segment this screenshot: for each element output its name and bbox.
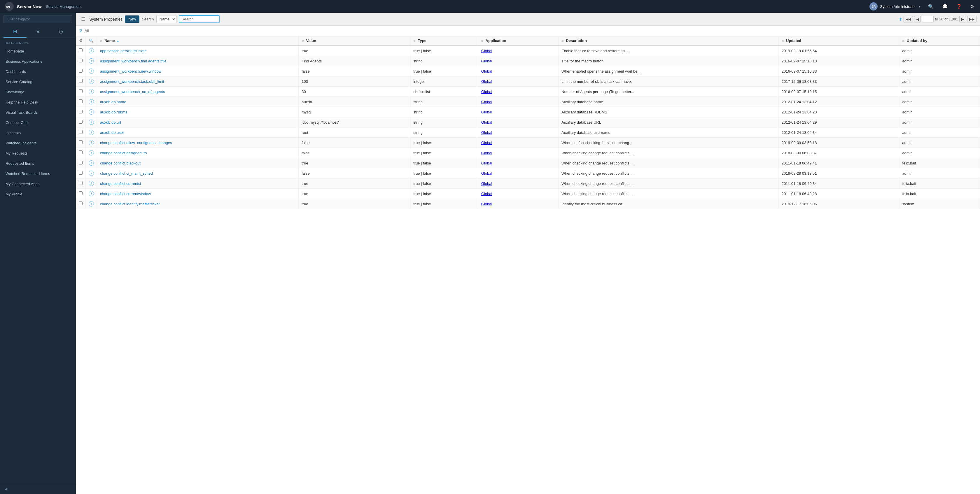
row-name-link[interactable]: assignment_workbench_no_of_agents [100, 89, 165, 94]
row-name-link[interactable]: change.conflict.assigned_to [100, 151, 147, 155]
info-icon[interactable]: i [89, 181, 94, 186]
sidebar-toggle-button[interactable]: ☰ [80, 16, 87, 22]
first-page-button[interactable]: ◀◀ [904, 16, 913, 22]
row-name-link[interactable]: auxdb.db.url [100, 120, 121, 124]
row-name-link[interactable]: assignment_workbench.task.skill_limit [100, 79, 164, 84]
sidebar-item-watched-incidents[interactable]: Watched Incidents [0, 138, 76, 148]
row-name-link[interactable]: change.conflict.blackout [100, 161, 141, 165]
info-icon[interactable]: i [89, 201, 94, 206]
user-menu[interactable]: SA System Administrator ▼ [869, 2, 921, 11]
chat-icon-button[interactable]: 💬 [941, 3, 949, 11]
row-name-link[interactable]: change.conflict.identify.masterticket [100, 202, 159, 206]
new-button[interactable]: New [125, 16, 139, 23]
last-page-button[interactable]: ▶▶ [967, 16, 977, 22]
row-name-link[interactable]: auxdb.db.name [100, 100, 126, 104]
row-checkbox[interactable] [79, 79, 83, 83]
info-icon[interactable]: i [89, 171, 94, 176]
info-icon[interactable]: i [89, 110, 94, 114]
page-input[interactable]: 1 [922, 16, 934, 22]
col-header-application[interactable]: ≡ Application [478, 36, 558, 46]
search-input[interactable] [179, 15, 220, 23]
row-application-link[interactable]: Global [481, 110, 492, 114]
row-name-link[interactable]: change.conflict.allow_contiguous_changes [100, 141, 172, 145]
sidebar-item-requested-items[interactable]: Requested Items [0, 158, 76, 168]
info-icon[interactable]: i [89, 191, 94, 196]
row-application-link[interactable]: Global [481, 130, 492, 135]
info-icon[interactable]: i [89, 150, 94, 156]
settings-icon[interactable]: ⚙ [79, 38, 83, 43]
row-application-link[interactable]: Global [481, 120, 492, 124]
prev-page-button[interactable]: ◀ [914, 16, 921, 22]
sidebar-collapse-button[interactable]: ◀ [0, 484, 76, 494]
row-checkbox[interactable] [79, 151, 83, 154]
sidebar-item-visual-task[interactable]: Visual Task Boards [0, 107, 76, 118]
row-name-link[interactable]: auxdb.db.user [100, 130, 124, 135]
row-checkbox[interactable] [79, 130, 83, 134]
col-header-updated-by[interactable]: ≡ Updated by [899, 36, 980, 46]
sidebar-tab-home[interactable]: ⊞ [3, 25, 27, 38]
info-icon[interactable]: i [89, 140, 94, 145]
row-checkbox[interactable] [79, 59, 83, 62]
row-name-link[interactable]: assignment_workbench.new.window [100, 69, 161, 73]
sidebar-tab-history[interactable]: ◷ [49, 25, 72, 38]
sidebar-item-business-applications[interactable]: Business Applications [0, 56, 76, 67]
settings-button[interactable]: ⚙ [969, 3, 975, 11]
row-name-link[interactable]: assignment_workbench.find.agents.title [100, 59, 167, 63]
sidebar-item-connect-chat[interactable]: Connect Chat [0, 118, 76, 128]
next-page-button[interactable]: ▶ [959, 16, 966, 22]
info-icon[interactable]: i [89, 119, 94, 125]
col-header-name[interactable]: ≡ Name ▲ [97, 36, 299, 46]
info-icon[interactable]: i [89, 99, 94, 105]
row-application-link[interactable]: Global [481, 89, 492, 94]
row-checkbox[interactable] [79, 99, 83, 103]
row-checkbox[interactable] [79, 171, 83, 175]
row-application-link[interactable]: Global [481, 49, 492, 53]
row-application-link[interactable]: Global [481, 171, 492, 176]
row-application-link[interactable]: Global [481, 100, 492, 104]
sidebar-item-my-connected-apps[interactable]: My Connected Apps [0, 179, 76, 189]
info-icon[interactable]: i [89, 160, 94, 166]
row-checkbox[interactable] [79, 120, 83, 124]
col-header-value[interactable]: ≡ Value [299, 36, 410, 46]
filter-navigator-input[interactable] [3, 15, 72, 23]
info-icon[interactable]: i [89, 89, 94, 94]
col-header-updated[interactable]: ≡ Updated [778, 36, 899, 46]
table-search-icon[interactable]: 🔍 [89, 38, 94, 43]
sidebar-item-homepage[interactable]: Homepage [0, 46, 76, 56]
row-application-link[interactable]: Global [481, 192, 492, 196]
sidebar-item-service-catalog[interactable]: Service Catalog [0, 77, 76, 87]
row-checkbox[interactable] [79, 69, 83, 73]
sidebar-item-incidents[interactable]: Incidents [0, 128, 76, 138]
info-icon[interactable]: i [89, 130, 94, 135]
info-icon[interactable]: i [89, 58, 94, 64]
row-name-link[interactable]: auxdb.db.rdbms [100, 110, 127, 114]
row-application-link[interactable]: Global [481, 79, 492, 84]
search-button[interactable]: 🔍 [927, 3, 935, 11]
row-checkbox[interactable] [79, 140, 83, 144]
search-field-select[interactable]: Name [156, 15, 177, 23]
row-name-link[interactable]: change.conflict.ci_maint_sched [100, 171, 153, 176]
row-name-link[interactable]: app.service.persist.list.state [100, 49, 147, 53]
row-application-link[interactable]: Global [481, 161, 492, 165]
sidebar-item-my-profile[interactable]: My Profile [0, 189, 76, 199]
row-checkbox[interactable] [79, 161, 83, 164]
info-icon[interactable]: i [89, 68, 94, 74]
sidebar-item-watched-requested-items[interactable]: Watched Requested Items [0, 168, 76, 179]
sidebar-item-my-requests[interactable]: My Requests [0, 148, 76, 158]
row-checkbox[interactable] [79, 181, 83, 185]
row-checkbox[interactable] [79, 110, 83, 113]
col-header-description[interactable]: ≡ Description [558, 36, 779, 46]
row-name-link[interactable]: change.conflict.currentwindow [100, 192, 151, 196]
col-header-type[interactable]: ≡ Type [410, 36, 478, 46]
info-icon[interactable]: i [89, 79, 94, 84]
sidebar-item-knowledge[interactable]: Knowledge [0, 87, 76, 97]
row-checkbox[interactable] [79, 89, 83, 93]
sidebar-tab-favorites[interactable]: ★ [27, 25, 49, 38]
row-checkbox[interactable] [79, 202, 83, 205]
row-application-link[interactable]: Global [481, 151, 492, 155]
sidebar-item-dashboards[interactable]: Dashboards [0, 67, 76, 77]
row-checkbox[interactable] [79, 48, 83, 52]
row-name-link[interactable]: change.conflict.currentci [100, 181, 141, 186]
row-checkbox[interactable] [79, 191, 83, 195]
row-application-link[interactable]: Global [481, 202, 492, 206]
